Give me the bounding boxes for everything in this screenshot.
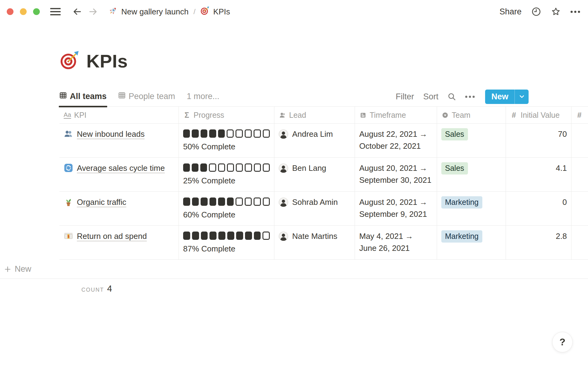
cell-progress[interactable]: 87% Complete	[179, 226, 274, 259]
cell-timeframe[interactable]: May 4, 2021 → June 26, 2021	[355, 226, 437, 259]
avatar	[279, 163, 288, 173]
forward-arrow-icon[interactable]	[88, 6, 99, 17]
count-aggregate[interactable]: COUNT4	[0, 279, 119, 294]
cell-team[interactable]: Sales	[437, 124, 506, 157]
progress-square	[200, 163, 207, 172]
column-header-team[interactable]: Team	[437, 107, 506, 123]
search-icon[interactable]	[447, 92, 456, 101]
cell-timeframe[interactable]: August 20, 2021 → September 9, 2021	[355, 192, 437, 225]
cell-lead[interactable]: Nate Martins	[274, 226, 355, 259]
cell-team[interactable]: Sales	[437, 158, 506, 191]
share-button[interactable]: Share	[499, 7, 522, 17]
cell-extra[interactable]	[571, 158, 588, 191]
add-row-button[interactable]: New	[0, 260, 588, 279]
column-header-extra[interactable]: #	[571, 107, 588, 123]
progress-square	[236, 163, 243, 172]
cell-team[interactable]: Marketing	[437, 226, 506, 259]
back-arrow-icon[interactable]	[72, 6, 83, 17]
progress-bar	[183, 197, 270, 206]
page-title: KPIs	[86, 51, 128, 72]
sort-button[interactable]: Sort	[423, 92, 439, 102]
avatar	[279, 197, 288, 207]
progress-square	[262, 232, 270, 240]
kpi-page-link[interactable]: Return on ad spend	[77, 232, 147, 241]
more-options-icon[interactable]	[571, 11, 580, 13]
column-header-timeframe[interactable]: Timeframe	[355, 107, 437, 123]
cell-kpi[interactable]: New inbound leads	[59, 124, 179, 157]
progress-square	[218, 129, 225, 138]
window-titlebar: New gallery launch / KPIs Share	[0, 0, 588, 23]
column-header-progress[interactable]: ΣProgress	[179, 107, 274, 123]
close-window-button[interactable]	[7, 8, 13, 15]
column-header-label: Progress	[194, 110, 224, 120]
progress-square	[201, 197, 208, 206]
progress-square	[183, 197, 190, 206]
cell-initial-value[interactable]: 4.1	[506, 158, 571, 191]
progress-square	[236, 232, 243, 240]
timeframe-text: August 20, 2021 → September 9, 2021	[359, 197, 428, 219]
progress-square	[218, 163, 225, 172]
progress-square	[245, 232, 252, 240]
kpi-page-link[interactable]: Average sales cycle time	[77, 163, 165, 173]
kpi-page-link[interactable]: New inbound leads	[77, 129, 145, 139]
cell-lead[interactable]: Ben Lang	[274, 158, 355, 191]
column-header-kpi[interactable]: AaKPI	[59, 107, 179, 123]
progress-square	[183, 163, 190, 172]
breadcrumb-item-parent[interactable]: New gallery launch	[108, 6, 189, 17]
cell-initial-value[interactable]: 2.8	[506, 226, 571, 259]
progress-square	[245, 197, 252, 206]
cell-extra[interactable]	[571, 226, 588, 259]
cell-progress[interactable]: 60% Complete	[179, 192, 274, 225]
cell-progress[interactable]: 50% Complete	[179, 124, 274, 157]
cell-initial-value[interactable]: 70	[506, 124, 571, 157]
lead-name: Nate Martins	[292, 230, 337, 242]
plant-icon	[64, 197, 73, 210]
progress-square	[192, 129, 198, 138]
table-view-icon	[118, 92, 126, 101]
filter-button[interactable]: Filter	[396, 92, 414, 102]
cell-timeframe[interactable]: August 20, 2021 → September 30, 2021	[355, 158, 437, 191]
progress-square	[201, 129, 207, 138]
new-record-button[interactable]: New	[485, 90, 529, 104]
avatar	[279, 232, 288, 241]
cell-kpi[interactable]: Organic traffic	[59, 192, 179, 225]
tab-people-team[interactable]: People team	[118, 86, 175, 107]
cell-progress[interactable]: 25% Complete	[179, 158, 274, 191]
progress-square	[227, 232, 234, 240]
updates-clock-icon[interactable]	[531, 7, 541, 17]
cell-team[interactable]: Marketing	[437, 192, 506, 225]
column-header-initial[interactable]: #Initial Value	[506, 107, 571, 123]
cell-lead[interactable]: Sohrab Amin	[274, 192, 355, 225]
progress-square	[192, 197, 199, 206]
more-views-link[interactable]: 1 more...	[187, 92, 220, 101]
breadcrumb-item-current[interactable]: KPIs	[200, 6, 230, 17]
breadcrumb-label: KPIs	[213, 7, 230, 17]
tab-label: All teams	[70, 92, 107, 101]
cell-initial-value[interactable]: 0	[506, 192, 571, 225]
cell-kpi[interactable]: Average sales cycle time	[59, 158, 179, 191]
cell-kpi[interactable]: $Return on ad spend	[59, 226, 179, 259]
cell-extra[interactable]	[571, 192, 588, 225]
sigma-icon: Σ	[183, 110, 190, 120]
progress-text: 60% Complete	[183, 210, 236, 219]
cell-timeframe[interactable]: August 22, 2021 → October 22, 2021	[355, 124, 437, 157]
minimize-window-button[interactable]	[20, 8, 27, 15]
help-button[interactable]: ?	[552, 332, 573, 352]
sidebar-toggle-icon[interactable]	[50, 8, 61, 15]
favorite-star-icon[interactable]	[551, 7, 561, 17]
progress-square	[245, 129, 252, 138]
chevron-down-icon[interactable]	[514, 90, 529, 104]
view-toolbar: All teams People team 1 more... Filter S…	[59, 86, 588, 107]
progress-square	[183, 129, 190, 138]
progress-square	[245, 163, 252, 172]
view-options-icon[interactable]	[465, 96, 475, 98]
kpi-page-link[interactable]: Organic traffic	[77, 197, 126, 207]
progress-square	[209, 232, 217, 240]
zoom-window-button[interactable]	[33, 8, 40, 15]
cell-lead[interactable]: Andrea Lim	[274, 124, 355, 157]
timeframe-text: May 4, 2021 → June 26, 2021	[359, 232, 413, 253]
team-badge: Sales	[441, 128, 468, 140]
column-header-lead[interactable]: Lead	[274, 107, 355, 123]
cell-extra[interactable]	[571, 124, 588, 157]
tab-all-teams[interactable]: All teams	[59, 86, 107, 107]
